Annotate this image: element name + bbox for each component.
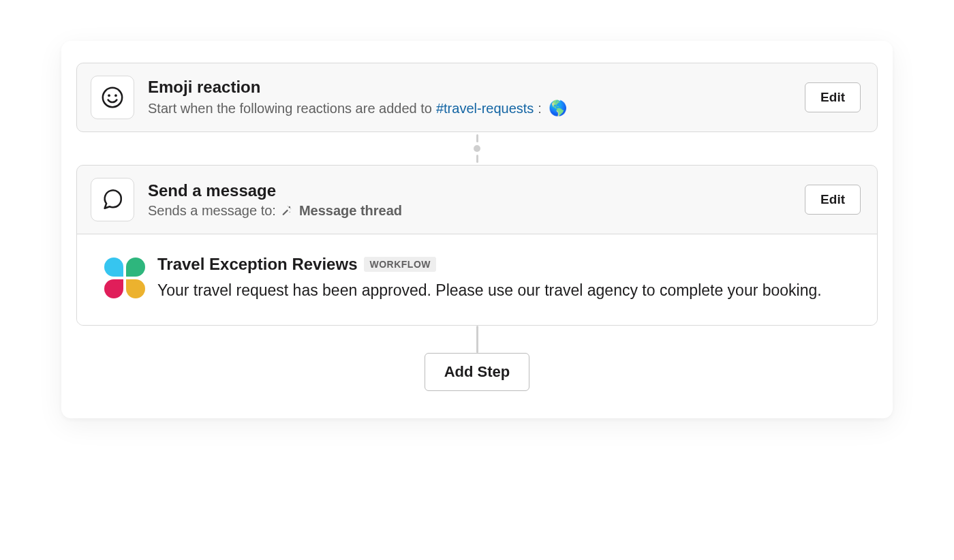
connector-line-icon: [476, 134, 478, 142]
step-text: Send a message Sends a message to: Messa…: [148, 181, 791, 219]
step-description: Sends a message to: Message thread: [148, 203, 791, 219]
message-text: Your travel request has been approved. P…: [157, 279, 850, 302]
edit-trigger-button[interactable]: Edit: [805, 82, 861, 112]
step-trigger-card: Emoji reaction Start when the following …: [76, 63, 878, 132]
step-connector: [474, 132, 480, 165]
svg-point-2: [114, 94, 117, 97]
channel-link[interactable]: #travel-requests: [436, 101, 534, 116]
message-thread-label: Message thread: [299, 203, 402, 219]
connector-line-icon: [476, 155, 478, 163]
step-title: Send a message: [148, 181, 791, 200]
globe-emoji-icon: 🌎: [549, 99, 567, 117]
workflow-app-name: Travel Exception Reviews: [157, 255, 357, 274]
svg-point-0: [103, 88, 122, 107]
step-send-message-card: Send a message Sends a message to: Messa…: [76, 165, 878, 326]
trigger-desc-suffix: :: [538, 101, 542, 116]
add-step-button[interactable]: Add Step: [425, 353, 530, 391]
step-header: Emoji reaction Start when the following …: [77, 63, 877, 131]
slack-app-logo-icon: [104, 258, 145, 298]
message-title-row: Travel Exception Reviews WORKFLOW: [157, 255, 850, 274]
emoji-reaction-icon: [91, 76, 134, 119]
step-description: Start when the following reactions are a…: [148, 99, 791, 117]
edit-step-button[interactable]: Edit: [805, 185, 861, 215]
step-text: Emoji reaction Start when the following …: [148, 78, 791, 117]
send-desc-prefix: Sends a message to:: [148, 203, 276, 219]
wand-icon: [280, 204, 292, 217]
step-title: Emoji reaction: [148, 78, 791, 97]
message-content: Travel Exception Reviews WORKFLOW Your t…: [157, 255, 850, 302]
workflow-builder-panel: Emoji reaction Start when the following …: [61, 41, 893, 418]
connector-dot-icon: [474, 145, 480, 152]
workflow-badge: WORKFLOW: [364, 257, 436, 272]
message-preview: Travel Exception Reviews WORKFLOW Your t…: [77, 234, 877, 325]
step-connector-line-icon: [476, 326, 478, 353]
trigger-desc-prefix: Start when the following reactions are a…: [148, 101, 432, 116]
svg-point-1: [108, 94, 110, 97]
step-header: Send a message Sends a message to: Messa…: [77, 166, 877, 234]
message-icon: [91, 178, 134, 221]
